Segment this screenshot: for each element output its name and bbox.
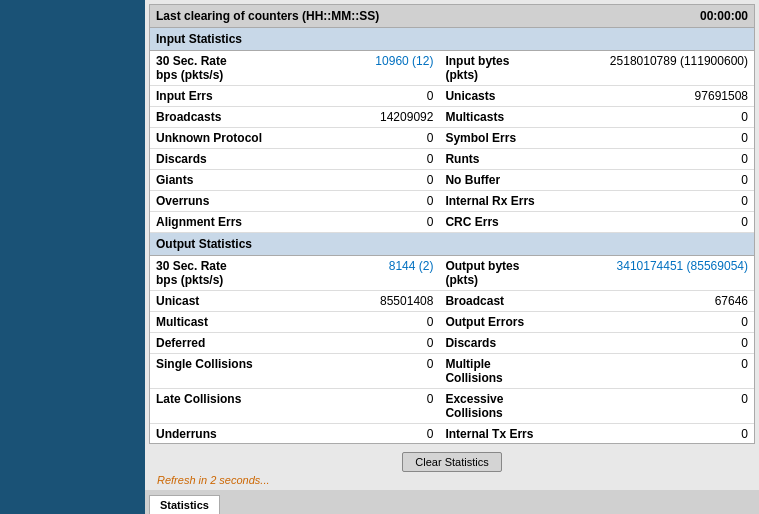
- output-value-3: 0: [314, 333, 440, 354]
- input-value-4: 0: [314, 149, 440, 170]
- output-row-6: Underruns 0 Internal Tx Errs 0: [150, 424, 754, 445]
- output-row-0: 30 Sec. Rate bps (pkts/s) 8144 (2) Outpu…: [150, 256, 754, 291]
- input-section-title: Input Statistics: [150, 28, 754, 51]
- output-value-r6: 0: [603, 424, 754, 445]
- input-value-r1: 97691508: [603, 86, 754, 107]
- output-value-r1: 67646: [603, 291, 754, 312]
- output-value-2: 0: [314, 312, 440, 333]
- input-row-0: 30 Sec. Rate bps (pkts/s) 10960 (12) Inp…: [150, 51, 754, 86]
- output-value-0: 8144 (2): [314, 256, 440, 291]
- refresh-text: Refresh in 2 seconds...: [153, 474, 270, 486]
- output-label-r1: Broadcast: [439, 291, 603, 312]
- output-row-5: Late Collisions 0 Excessive Collisions 0: [150, 389, 754, 424]
- output-row-3: Deferred 0 Discards 0: [150, 333, 754, 354]
- output-value-r0: 3410174451 (85569054): [603, 256, 754, 291]
- output-label-r5: Excessive Collisions: [439, 389, 603, 424]
- output-value-5: 0: [314, 389, 440, 424]
- bottom-tabs: Statistics: [145, 490, 759, 514]
- clearing-value: 00:00:00: [439, 5, 754, 28]
- output-label-r0: Output bytes (pkts): [439, 256, 603, 291]
- input-label-5: Giants: [150, 170, 314, 191]
- content-area: Last clearing of counters (HH::MM::SS) 0…: [149, 4, 755, 444]
- output-label-1: Unicast: [150, 291, 314, 312]
- output-label-0: 30 Sec. Rate bps (pkts/s): [150, 256, 314, 291]
- input-value-5: 0: [314, 170, 440, 191]
- input-value-r5: 0: [603, 170, 754, 191]
- input-row-7: Alignment Errs 0 CRC Errs 0: [150, 212, 754, 233]
- output-label-5: Late Collisions: [150, 389, 314, 424]
- input-value-0: 10960 (12): [314, 51, 440, 86]
- output-row-4: Single Collisions 0 Multiple Collisions …: [150, 354, 754, 389]
- input-value-6: 0: [314, 191, 440, 212]
- input-label-6: Overruns: [150, 191, 314, 212]
- input-row-5: Giants 0 No Buffer 0: [150, 170, 754, 191]
- output-label-3: Deferred: [150, 333, 314, 354]
- input-label-r7: CRC Errs: [439, 212, 603, 233]
- input-label-r5: No Buffer: [439, 170, 603, 191]
- output-value-6: 0: [314, 424, 440, 445]
- input-section-header: Input Statistics: [150, 28, 754, 51]
- input-value-r2: 0: [603, 107, 754, 128]
- input-value-r0: 2518010789 (111900600): [603, 51, 754, 86]
- input-value-1: 0: [314, 86, 440, 107]
- output-row-1: Unicast 85501408 Broadcast 67646: [150, 291, 754, 312]
- input-value-3: 0: [314, 128, 440, 149]
- input-row-4: Discards 0 Runts 0: [150, 149, 754, 170]
- input-label-7: Alignment Errs: [150, 212, 314, 233]
- input-label-0: 30 Sec. Rate bps (pkts/s): [150, 51, 314, 86]
- footer-area: Clear Statistics Refresh in 2 seconds...: [145, 448, 759, 490]
- input-label-r3: Symbol Errs: [439, 128, 603, 149]
- output-value-r4: 0: [603, 354, 754, 389]
- output-value-4: 0: [314, 354, 440, 389]
- input-row-2: Broadcasts 14209092 Multicasts 0: [150, 107, 754, 128]
- tab-statistics[interactable]: Statistics: [149, 495, 220, 514]
- input-label-r0: Input bytes (pkts): [439, 51, 603, 86]
- input-label-r6: Internal Rx Errs: [439, 191, 603, 212]
- output-section-header: Output Statistics: [150, 233, 754, 256]
- output-row-2: Multicast 0 Output Errors 0: [150, 312, 754, 333]
- input-value-2: 14209092: [314, 107, 440, 128]
- input-row-3: Unknown Protocol 0 Symbol Errs 0: [150, 128, 754, 149]
- input-value-r3: 0: [603, 128, 754, 149]
- input-row-1: Input Errs 0 Unicasts 97691508: [150, 86, 754, 107]
- input-label-4: Discards: [150, 149, 314, 170]
- output-value-1: 85501408: [314, 291, 440, 312]
- output-label-r6: Internal Tx Errs: [439, 424, 603, 445]
- input-value-r6: 0: [603, 191, 754, 212]
- output-label-r2: Output Errors: [439, 312, 603, 333]
- output-value-r2: 0: [603, 312, 754, 333]
- input-label-2: Broadcasts: [150, 107, 314, 128]
- output-value-r5: 0: [603, 389, 754, 424]
- output-label-6: Underruns: [150, 424, 314, 445]
- input-label-1: Input Errs: [150, 86, 314, 107]
- output-value-r3: 0: [603, 333, 754, 354]
- input-value-r4: 0: [603, 149, 754, 170]
- stats-table: Last clearing of counters (HH::MM::SS) 0…: [150, 5, 754, 444]
- input-value-7: 0: [314, 212, 440, 233]
- output-label-r3: Discards: [439, 333, 603, 354]
- clear-statistics-button[interactable]: Clear Statistics: [402, 452, 501, 472]
- output-label-4: Single Collisions: [150, 354, 314, 389]
- input-label-r4: Runts: [439, 149, 603, 170]
- input-row-6: Overruns 0 Internal Rx Errs 0: [150, 191, 754, 212]
- clearing-label: Last clearing of counters (HH::MM::SS): [150, 5, 439, 28]
- header-row: Last clearing of counters (HH::MM::SS) 0…: [150, 5, 754, 28]
- input-label-r1: Unicasts: [439, 86, 603, 107]
- sidebar: [0, 0, 145, 514]
- main-content: Last clearing of counters (HH::MM::SS) 0…: [145, 0, 759, 514]
- input-value-r7: 0: [603, 212, 754, 233]
- output-section-title: Output Statistics: [150, 233, 754, 256]
- output-label-2: Multicast: [150, 312, 314, 333]
- input-label-3: Unknown Protocol: [150, 128, 314, 149]
- input-label-r2: Multicasts: [439, 107, 603, 128]
- output-label-r4: Multiple Collisions: [439, 354, 603, 389]
